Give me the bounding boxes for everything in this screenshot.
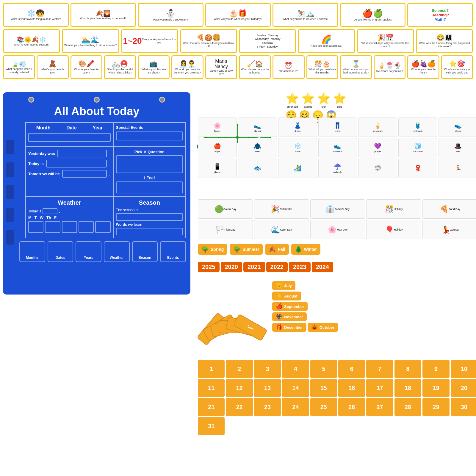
vocab-umbrella: ☂️umbrella (318, 159, 357, 178)
num-6: 6 (338, 360, 365, 378)
card-funniest[interactable]: 😂👨‍👩‍👧 What was the funniest thing that … (416, 29, 473, 53)
pocket-season[interactable]: Season (132, 241, 158, 262)
scarf-icon: 🧣 (414, 165, 422, 172)
card-rainbow-text: Have you seen a rainbow? (311, 44, 342, 48)
i-feel-box[interactable] (116, 181, 183, 193)
card-icecream[interactable]: 🍦🍧🍨 Ice cream do you like? (374, 55, 405, 79)
card-special-days[interactable]: 🎉📅 What special days will you celebrate … (357, 29, 414, 53)
card-apples[interactable]: 🍎🍏 Do you like red or green apples? (340, 3, 406, 27)
card-snowman[interactable]: ⛄ Have you made a snowman? (138, 3, 203, 27)
card-food[interactable]: 🍕🍪🍔 What the most delicious food you can… (180, 29, 237, 53)
event-fathersday: 👔Father's Day (310, 199, 365, 219)
card-science[interactable]: Science? Reading? Math? (407, 3, 473, 27)
pocket-years[interactable]: Years (76, 241, 101, 262)
card-fall[interactable]: 🍂🌄 What is your favorite thing to do in … (71, 3, 136, 27)
reading-label: Reading? (431, 13, 449, 17)
day-box-t[interactable] (45, 221, 60, 233)
card-more-time[interactable]: ⌛ What do you wish you had more time to … (340, 55, 372, 79)
zumba-label: Zumba (450, 228, 459, 231)
card-winter[interactable]: ❄️🧒 What is your favorite thing to do in… (3, 3, 69, 27)
day-box-th[interactable] (79, 221, 94, 233)
yesterday-input[interactable] (57, 150, 107, 157)
season-summer: 🌳 Summer (230, 244, 263, 255)
tomorrow-label: Tomorrow will be (28, 172, 60, 176)
pocket-events[interactable]: Events (160, 241, 186, 262)
calm-icon: 🌊 (271, 226, 280, 234)
card-toy[interactable]: 🧸 What's your favorite toy? (37, 55, 68, 79)
vocab-shark: 🦈 (358, 159, 397, 178)
card-summer[interactable]: 🏊🌊 What is your favorite thing to do in … (62, 29, 119, 53)
card-days[interactable]: Sunday Tuesday Wednesday Monday Thursday… (239, 29, 296, 53)
card-windy[interactable]: 🍃💨 What happens when it is windy outside… (3, 55, 35, 79)
grommet-center (94, 97, 100, 103)
vocab-sneakers: 👟sneakers (318, 138, 357, 157)
jeans-icon: 👖 (334, 122, 341, 129)
september-label: September (284, 304, 304, 309)
card-activity[interactable]: ⭐🎯 What's an activity you wish you could… (441, 55, 473, 79)
special-events-header: Special Events (116, 125, 183, 130)
card-fruits[interactable]: 🍎🍇🍊 What is your favorite fruits? (407, 55, 439, 79)
words-input[interactable] (116, 228, 183, 235)
pocket-weather[interactable]: Weather (104, 241, 130, 262)
winter-label: Winter (304, 247, 317, 252)
excited-icon: ⭐ (301, 92, 315, 105)
pocket-dates[interactable]: Dates (48, 241, 73, 262)
shark-icon: 🦈 (374, 165, 381, 172)
card-growup[interactable]: 👩‍💼👨‍💼 What do you want to be when you g… (171, 55, 203, 79)
grid-bottom-row: Weather Today is . M T W Th F (26, 196, 185, 238)
card-row-2: 📚🌞🍂❄️ What is your favorite season? 🏊🌊 W… (3, 29, 473, 53)
pocket-months[interactable]: Months (19, 241, 45, 262)
grid-question-section: Pick-A-Question I Feel (114, 147, 185, 196)
day-box-f[interactable] (95, 221, 110, 233)
card-time[interactable]: ⏰ What time is it? (273, 55, 304, 79)
card-summer-text: What is your favorite thing to do in sum… (64, 44, 117, 47)
card-icecream-text: Ice cream do you like? (376, 70, 403, 73)
card-color[interactable]: 🎨🖍️ What is your favorite color? (71, 55, 102, 79)
celebrate-label: Celebrate! (280, 208, 292, 211)
emotion-tired: ⭐ tired (333, 92, 346, 108)
icestates-label: ice states (413, 150, 423, 153)
today-input[interactable] (46, 160, 107, 167)
card-special-text: What special days will you celebrate thi… (359, 42, 412, 48)
card-bike[interactable]: 🚲⛑️ Should you be careful when riding a … (104, 55, 136, 79)
year-2023: 2023 (289, 262, 311, 272)
card-fruits-text: What is your favorite fruits? (409, 68, 437, 74)
fall-icon: 🍂 (269, 246, 276, 253)
num-8: 8 (394, 360, 421, 378)
special-events-box[interactable] (116, 131, 183, 140)
date-input-box[interactable] (28, 133, 111, 142)
month-september: 🍎 September (272, 302, 308, 311)
card-celebrate[interactable]: 🎊🎂 What will you celebrate this month? (306, 55, 338, 79)
september-icon: 🍎 (276, 303, 282, 310)
pick-question-label: Pick-A-Question (116, 150, 183, 154)
card-more-time-text: What do you wish you had more time to do… (342, 68, 370, 74)
card-chores[interactable]: 🧹🏠 What chores do you do at home? (239, 55, 271, 79)
flagday-icon: 🏳️ (215, 226, 224, 234)
num-31: 31 (198, 417, 225, 435)
summer-label: Summer (242, 247, 259, 252)
vocab-slipper: 🥿slipper (238, 118, 277, 137)
card-fav-season[interactable]: 📚🌞🍂❄️ What is your favorite season? (3, 29, 60, 53)
card-snow[interactable]: ⛷️🏔️ What do you like to do when it snow… (273, 3, 338, 27)
card-rainbow[interactable]: 🌈 Have you seen a rainbow? (298, 29, 355, 53)
card-time-text: What time is it? (279, 70, 298, 73)
tomorrow-dot: . (109, 171, 111, 177)
event-holiday2: 🎈Holiday (366, 220, 421, 239)
pick-question-box[interactable] (116, 155, 183, 173)
card-same[interactable]: MariaNancy Same? Why or why not? (205, 55, 237, 79)
weather-input[interactable] (43, 208, 57, 214)
year-header: Year (93, 125, 103, 131)
card-counting[interactable]: 1~20 Can you skip count from 1 to 20? (121, 29, 178, 53)
day-box-m[interactable] (28, 221, 43, 233)
summer-icon: 🌳 (233, 246, 241, 253)
season-input[interactable] (116, 213, 183, 221)
date-header: Date (66, 125, 77, 131)
day-box-w[interactable] (62, 221, 77, 233)
card-activity-text: What's an activity you wish you could do… (443, 68, 471, 74)
num-17: 17 (366, 379, 393, 397)
yesterday-dot: . (109, 151, 111, 157)
tomorrow-input[interactable] (62, 170, 107, 178)
card-birthday[interactable]: 🎂🎁 What will you do when it's your birth… (205, 3, 271, 27)
card-color-text: What is your favorite color? (73, 68, 100, 74)
card-tv[interactable]: 📺 What is your favorite TV show? (138, 55, 170, 79)
